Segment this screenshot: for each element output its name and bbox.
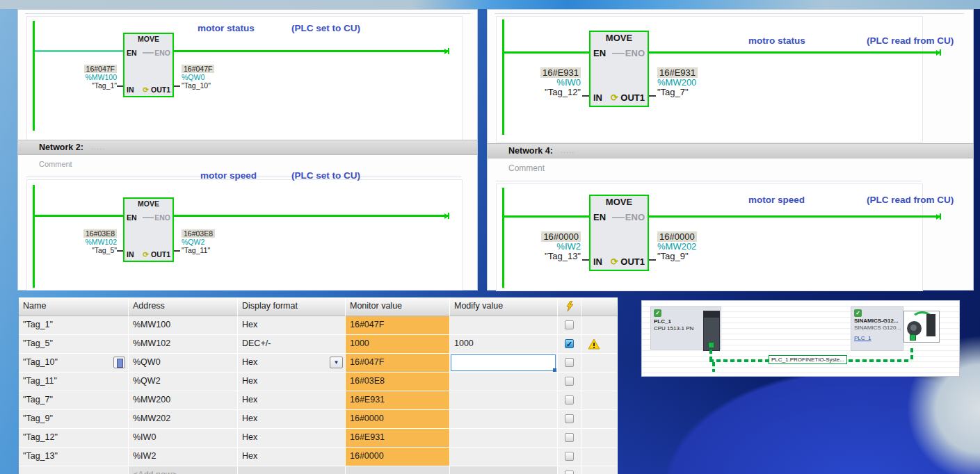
- eno-pin[interactable]: ENO: [625, 48, 645, 58]
- tag-name-cell[interactable]: "Tag_11": [19, 373, 129, 391]
- column-header-modify-trigger[interactable]: [558, 297, 582, 316]
- network2-header[interactable]: Network 2: .....: [18, 140, 477, 155]
- en-eno-dash: [143, 52, 154, 54]
- move-block[interactable]: MOVE EN ENO IN ⟳ OUT1: [589, 195, 649, 271]
- modify-value-cell[interactable]: [450, 448, 558, 466]
- output-operand[interactable]: 16#0000 %MW202 "Tag_9": [657, 232, 748, 261]
- out1-pin[interactable]: ⟳ OUT1: [611, 256, 645, 267]
- modify-value-cell[interactable]: [450, 391, 558, 410]
- column-header-monitor-value[interactable]: Monitor value: [346, 297, 450, 316]
- plc-device-image[interactable]: [703, 311, 720, 351]
- address-cell[interactable]: %MW102: [129, 335, 238, 354]
- profinet-port-icon: [708, 342, 714, 348]
- modify-enable-checkbox[interactable]: [565, 395, 574, 404]
- modify-value-cell[interactable]: [450, 373, 558, 391]
- profinet-subnet-label[interactable]: PLC_1.PROFINETIO-Syste...: [769, 355, 847, 364]
- column-header-blank: [582, 297, 618, 316]
- out1-pin[interactable]: ⟳ OUT1: [143, 250, 170, 259]
- output-operand[interactable]: 16#047F %QW0 "Tag_10": [182, 65, 265, 90]
- display-format-cell[interactable]: Hex: [238, 410, 346, 429]
- tag-name-cell[interactable]: "Tag_13": [19, 448, 129, 466]
- monitor-value-cell: 16#0000: [346, 448, 450, 466]
- column-header-address[interactable]: Address: [129, 297, 238, 316]
- in-pin[interactable]: IN: [127, 85, 134, 94]
- wire: [174, 215, 449, 217]
- out1-pin[interactable]: ⟳ OUT1: [143, 85, 170, 94]
- format-dropdown-button[interactable]: ▼: [330, 357, 343, 368]
- eno-pin[interactable]: ENO: [154, 213, 170, 222]
- input-operand[interactable]: 16#047F %MW100 "Tag_1": [36, 65, 117, 90]
- en-pin[interactable]: EN: [593, 212, 606, 222]
- modify-value-cell[interactable]: [450, 316, 558, 335]
- modify-value-cell[interactable]: [450, 354, 558, 373]
- tag-name-cell[interactable]: "Tag_1": [19, 316, 129, 335]
- in-pin[interactable]: IN: [593, 256, 602, 267]
- address-cell[interactable]: %MW202: [129, 410, 238, 429]
- eno-pin[interactable]: ENO: [625, 212, 645, 222]
- address-cell[interactable]: %QW2: [129, 373, 238, 391]
- out1-pin[interactable]: ⟳ OUT1: [611, 92, 645, 103]
- network4-header[interactable]: Network 4: .....: [488, 143, 973, 158]
- network2-comment[interactable]: Comment: [39, 160, 72, 168]
- output-operand[interactable]: 16#E931 %MW200 "Tag_7": [657, 68, 748, 97]
- modify-enable-checkbox[interactable]: [565, 452, 574, 461]
- table-row: <Add new>: [19, 466, 618, 474]
- move-block[interactable]: MOVE EN ENO IN ⟳ OUT1: [123, 197, 174, 262]
- input-operand[interactable]: 16#0000 %IW2 "Tag_13": [497, 232, 581, 261]
- in-pin[interactable]: IN: [593, 92, 602, 103]
- display-format-cell[interactable]: Hex: [238, 448, 346, 466]
- address-cell[interactable]: %IW2: [129, 448, 238, 466]
- address-cell[interactable]: %MW200: [129, 391, 238, 410]
- display-format-cell[interactable]: Hex: [238, 316, 346, 335]
- move-block[interactable]: MOVE EN ENO IN ⟳ OUT1: [123, 33, 174, 97]
- address-cell[interactable]: %MW100: [129, 316, 238, 335]
- modify-enable-checkbox[interactable]: [565, 414, 574, 423]
- modify-value-cell[interactable]: 1000: [450, 335, 558, 354]
- modify-enable-checkbox[interactable]: [565, 471, 574, 474]
- column-header-modify-value[interactable]: Modify value: [450, 297, 558, 316]
- compiled-ok-icon: ✓: [854, 309, 862, 317]
- cell-resize-handle[interactable]: [553, 368, 556, 372]
- operand-connector: [582, 95, 589, 97]
- display-format-cell[interactable]: Hex▼: [238, 354, 346, 373]
- display-format-cell[interactable]: DEC+/-: [238, 335, 346, 354]
- address-cell[interactable]: %IW0: [129, 429, 238, 448]
- tag-name-cell[interactable]: "Tag_7": [19, 391, 129, 410]
- modify-value-cell[interactable]: [450, 410, 558, 429]
- address-cell[interactable]: %QW0: [129, 354, 238, 373]
- en-pin[interactable]: EN: [127, 49, 137, 57]
- modify-enable-checkbox[interactable]: ✓: [565, 339, 574, 348]
- tag-name-cell[interactable]: "Tag_10": [19, 354, 129, 373]
- modify-enable-checkbox[interactable]: [565, 320, 574, 329]
- add-new-cell[interactable]: <Add new>: [129, 466, 238, 474]
- tag-detail-icon[interactable]: [113, 357, 125, 368]
- in-pin[interactable]: IN: [127, 250, 134, 259]
- en-pin[interactable]: EN: [127, 213, 137, 222]
- drive-device-image[interactable]: [903, 311, 940, 343]
- tag-name-cell[interactable]: "Tag_12": [19, 429, 129, 448]
- en-pin[interactable]: EN: [593, 48, 606, 58]
- eno-pin[interactable]: ENO: [154, 49, 170, 57]
- input-operand[interactable]: 16#E931 %IW0 "Tag_12": [497, 68, 581, 97]
- display-format-cell[interactable]: Hex: [238, 429, 346, 448]
- input-operand[interactable]: 16#03E8 %MW102 "Tag_5": [36, 229, 117, 254]
- modify-value-cell[interactable]: [450, 429, 558, 448]
- network4-comment[interactable]: Comment: [508, 163, 545, 173]
- modify-value-input[interactable]: [451, 354, 556, 371]
- tag-name-cell[interactable]: [19, 466, 129, 474]
- display-format-cell[interactable]: Hex: [238, 373, 346, 391]
- column-header-display-format[interactable]: Display format: [238, 297, 346, 316]
- modify-enable-checkbox[interactable]: [565, 358, 574, 367]
- tag-name-cell[interactable]: "Tag_9": [19, 410, 129, 429]
- move-block[interactable]: MOVE EN ENO IN ⟳ OUT1: [589, 31, 649, 107]
- column-header-name[interactable]: Name: [19, 297, 129, 316]
- output-operand[interactable]: 16#03E8 %QW2 "Tag_11": [182, 229, 265, 254]
- modify-enable-checkbox[interactable]: [565, 433, 574, 442]
- modify-enable-cell: [558, 354, 582, 373]
- modify-enable-checkbox[interactable]: [565, 377, 574, 386]
- tag-name-cell[interactable]: "Tag_5": [19, 335, 129, 354]
- table-row: "Tag_1"%MW100Hex16#047F: [19, 316, 618, 335]
- display-format-cell[interactable]: Hex: [238, 391, 346, 410]
- io-controller-link[interactable]: PLC_1: [854, 335, 871, 341]
- drive-device-tile[interactable]: ✓ SINAMICS-G12... SINAMICS G120... PLC_1: [851, 307, 903, 351]
